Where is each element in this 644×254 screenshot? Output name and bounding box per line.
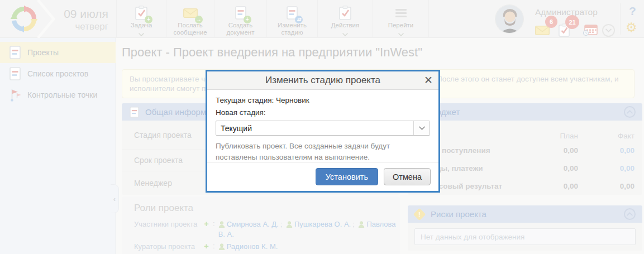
stage-hint-text: Публиковать проект. Все созданные задачи… <box>216 141 430 163</box>
submit-button[interactable]: Установить <box>316 168 378 185</box>
modal-titlebar: Изменить стадию проекта ✕ <box>207 71 438 90</box>
app-window: 09 июля четверг + Задача → Послать сообщ… <box>0 0 644 254</box>
change-stage-modal: Изменить стадию проекта ✕ Текущая стадия… <box>206 70 440 193</box>
modal-title: Изменить стадию проекта <box>265 75 380 86</box>
select-chevron-icon <box>413 121 430 135</box>
stage-select[interactable]: Текущий <box>216 121 430 136</box>
current-stage-text: Текущая стадия: Черновик <box>216 96 430 104</box>
new-stage-label: Новая стадия: <box>216 108 430 117</box>
modal-body: Текущая стадия: Черновик Новая стадия: Т… <box>207 90 438 163</box>
modal-footer: Установить Отмена <box>207 162 438 191</box>
close-icon[interactable]: ✕ <box>424 73 433 88</box>
cancel-button[interactable]: Отмена <box>384 168 431 185</box>
stage-select-value: Текущий <box>216 121 413 135</box>
